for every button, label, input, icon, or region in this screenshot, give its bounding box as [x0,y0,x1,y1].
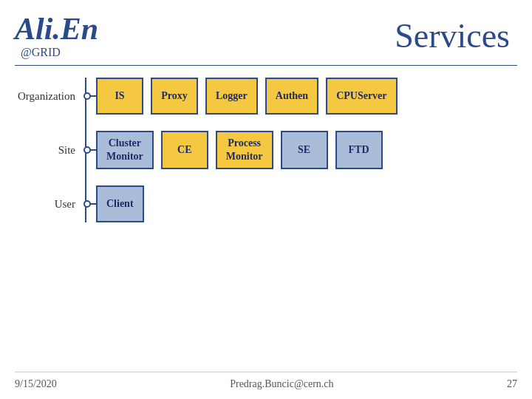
boxes-0: ISProxyLoggerAuthenCPUServer [96,78,398,115]
box-2-0: Client [96,185,144,222]
boxes-1: Cluster MonitorCEProcess MonitorSEFTD [96,131,383,169]
box-0-0: IS [96,78,143,115]
box-0-3: Authen [265,78,318,115]
box-1-1: CE [161,131,208,169]
box-0-1: Proxy [151,78,198,115]
box-0-4: CPUServer [326,78,397,115]
main-layout: OrganizationISProxyLoggerAuthenCPUServer… [0,66,532,222]
logo-alien: Ali.En [15,13,98,44]
box-1-0: Cluster Monitor [96,131,154,169]
footer-author: Predrag.Buncic@cern.ch [230,378,333,390]
logo-grid: @GRID [21,46,98,59]
row-site: SiteCluster MonitorCEProcess MonitorSEFT… [96,131,517,169]
logo-block: Ali.En @GRID [15,13,98,59]
box-1-4: FTD [335,131,383,169]
footer-date: 9/15/2020 [15,378,57,390]
boxes-2: Client [96,185,144,222]
row-user: UserClient [96,185,517,222]
footer-page: 27 [507,378,517,390]
row-dot-0 [83,92,91,100]
box-1-2: Process Monitor [216,131,273,169]
row-label-0: Organization [6,90,87,103]
row-organization: OrganizationISProxyLoggerAuthenCPUServer [96,78,517,115]
row-label-2: User [6,198,87,211]
header: Ali.En @GRID Services [0,0,532,59]
page-title: Services [395,16,510,55]
row-dot-1 [83,146,91,154]
row-label-1: Site [6,144,87,157]
box-0-2: Logger [205,78,258,115]
footer: 9/15/2020 Predrag.Buncic@cern.ch 27 [15,372,517,390]
box-1-3: SE [281,131,328,169]
row-dot-2 [83,200,91,208]
rows-container: OrganizationISProxyLoggerAuthenCPUServer… [15,78,517,222]
